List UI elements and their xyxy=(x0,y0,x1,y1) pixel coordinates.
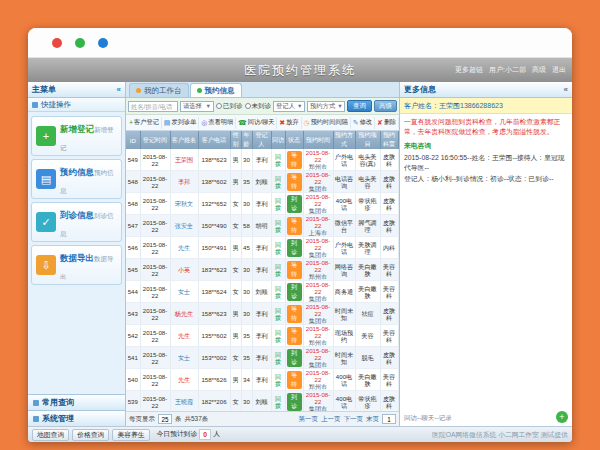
query-button[interactable]: 查询 xyxy=(347,100,372,112)
callback-link[interactable]: 回拨 xyxy=(275,175,281,189)
per-page-input[interactable] xyxy=(158,414,172,424)
callback-link[interactable]: 回拨 xyxy=(275,197,281,211)
column-header[interactable]: 登记人 xyxy=(252,131,271,149)
table-row[interactable]: 5492015-08-22王荣围138**623男30李利回拨等待2015-08… xyxy=(126,149,398,171)
toolbar-button-发到诊单[interactable]: ▤发到诊单 xyxy=(162,117,199,129)
callback-link[interactable]: 回拨 xyxy=(275,307,281,321)
callback-link[interactable]: 回拨 xyxy=(275,241,281,255)
sidebar-item-label: 到诊信息 xyxy=(60,210,94,220)
column-header[interactable]: 状态 xyxy=(285,131,303,149)
customer-name-link[interactable]: 杨先生 xyxy=(175,310,193,317)
sidebar-item-到诊信息[interactable]: ✓到诊信息到诊信息 xyxy=(31,202,122,242)
panel-collapse-icon[interactable]: « xyxy=(564,85,568,94)
tab-预约信息[interactable]: 预约信息 xyxy=(190,83,242,97)
column-header[interactable]: 性别 xyxy=(230,131,241,149)
callback-link[interactable]: 回拨 xyxy=(275,351,281,365)
customer-name-link[interactable]: 李邦 xyxy=(178,178,190,185)
table-row[interactable]: 5402015-08-22先生158**626男34李利回拨等待2015-08-… xyxy=(126,369,398,391)
sidebar-collapse-icon[interactable]: « xyxy=(117,85,121,94)
column-header[interactable]: 客户电话 xyxy=(198,131,230,149)
customer-name-link[interactable]: 宋秋文 xyxy=(175,200,193,207)
callback-link[interactable]: 回拨 xyxy=(275,263,281,277)
customer-name-link[interactable]: 小英 xyxy=(178,266,190,273)
registrar-select[interactable]: 登记人 ▼ xyxy=(273,101,305,112)
statusbar-button-美容养生[interactable]: 美容养生 xyxy=(112,429,149,441)
table-row[interactable]: 5452015-08-22小英183**623女30李利回拨等待2015-08-… xyxy=(126,259,398,281)
callback-link[interactable]: 回拨 xyxy=(275,285,281,299)
titlebar-link[interactable]: 退出 xyxy=(552,65,566,75)
not-arrived-checkbox[interactable]: 未到诊 xyxy=(245,102,272,111)
table-row[interactable]: 5412015-08-22女士153**002女35李利回拨到诊2015-08-… xyxy=(126,347,398,369)
appointments-table: ID登记时间客户姓名客户电话性别年龄登记人回访状态预约时间预约方式预约项目预约科… xyxy=(126,131,399,411)
customer-name-link[interactable]: 先生 xyxy=(178,244,190,251)
column-header[interactable]: 预约时间 xyxy=(303,131,333,149)
sidebar-section-常用查询[interactable]: 常用查询 xyxy=(28,394,125,410)
table-row[interactable]: 5392015-08-22王晓霞182**206女30刘顺回拨到诊2015-08… xyxy=(126,391,398,412)
table-scrollbar[interactable]: ▲ ▼ xyxy=(399,131,400,411)
column-header[interactable]: 客户姓名 xyxy=(170,131,198,149)
table-row[interactable]: 5442015-08-22女士138**624女30刘顺回拨到诊2015-08-… xyxy=(126,281,398,303)
customer-name-link[interactable]: 先生 xyxy=(178,332,190,339)
customer-name-link[interactable]: 王晓霞 xyxy=(175,398,193,405)
sidebar-item-预约信息[interactable]: ▤预约信息预约信息 xyxy=(31,159,122,199)
customer-name-link[interactable]: 先生 xyxy=(178,376,190,383)
table-row[interactable]: 5472015-08-22张安全150**490女58胡明回拨等待2015-08… xyxy=(126,215,398,237)
page-link-下一页[interactable]: 下一页 xyxy=(344,415,364,424)
toolbar-button-回访/聊天[interactable]: ☎回访/聊天 xyxy=(236,117,277,129)
titlebar-link[interactable]: 用户:小二部 xyxy=(489,65,526,75)
table-row[interactable]: 5482015-08-22宋秋文132**652女30李利回拨到诊2015-08… xyxy=(126,193,398,215)
sidebar-item-数据导出[interactable]: ⇩数据导出数据导出 xyxy=(31,245,122,285)
statusbar-button-价格查询[interactable]: 价格查询 xyxy=(72,429,109,441)
sidebar-item-text: 数据导出数据导出 xyxy=(60,247,117,283)
callback-link[interactable]: 回拨 xyxy=(275,153,281,167)
column-header[interactable]: 预约科室 xyxy=(380,131,398,149)
callback-link[interactable]: 回拨 xyxy=(275,329,281,343)
column-header[interactable]: ID xyxy=(126,131,140,149)
window-close-icon[interactable] xyxy=(52,38,62,48)
customer-name-link[interactable]: 张安全 xyxy=(175,222,193,229)
column-header[interactable]: 预约项目 xyxy=(355,131,380,149)
booking-method-select[interactable]: 预约方式 ▼ xyxy=(307,101,345,112)
callback-link[interactable]: 回拨 xyxy=(275,219,281,233)
advanced-button[interactable]: 高级 xyxy=(374,100,397,112)
toolbar-button-放弃[interactable]: ✖放弃 xyxy=(277,117,301,129)
statusbar-button-地图查询[interactable]: 地图查询 xyxy=(32,429,69,441)
toolbar-button-客户登记[interactable]: +客户登记 xyxy=(127,117,162,129)
filter-select[interactable]: 请选择 ▼ xyxy=(180,101,214,112)
column-header[interactable]: 回访 xyxy=(271,131,285,149)
add-record-button[interactable]: + xyxy=(556,411,568,423)
titlebar-link[interactable]: 高级 xyxy=(532,65,546,75)
page-number-input[interactable] xyxy=(382,414,396,424)
toolbar-button-预约时间间隔[interactable]: ◷预约时间间隔 xyxy=(302,117,351,129)
search-input[interactable] xyxy=(128,101,178,112)
customer-name-link[interactable]: 女士 xyxy=(178,354,190,361)
table-row[interactable]: 5432015-08-22杨先生158**623男30李利回拨等待2015-08… xyxy=(126,303,398,325)
tab-我的工作台[interactable]: 我的工作台 xyxy=(129,83,189,97)
toolbar-button-查看明细[interactable]: ◎查看明细 xyxy=(199,117,236,129)
arrived-checkbox[interactable]: 已到诊 xyxy=(216,102,243,111)
column-header[interactable]: 年龄 xyxy=(241,131,252,149)
window-maximize-icon[interactable] xyxy=(98,38,108,48)
sidebar-section-系统管理[interactable]: 系统管理 xyxy=(28,410,125,426)
status-badge: 等待 xyxy=(287,305,302,323)
table-row[interactable]: 5422015-08-22先生135**602男35李利回拨等待2015-08-… xyxy=(126,325,398,347)
sidebar-section-quick-actions[interactable]: 快捷操作 xyxy=(28,98,125,112)
column-header[interactable]: 预约方式 xyxy=(333,131,355,149)
callback-link[interactable]: 回拨 xyxy=(275,395,281,409)
toolbar-button-修改[interactable]: ✎修改 xyxy=(351,117,375,129)
cell-status: 到诊 xyxy=(285,193,303,215)
toolbar-button-删除[interactable]: ✘删除 xyxy=(375,117,399,129)
customer-name-link[interactable]: 王荣围 xyxy=(175,156,193,163)
titlebar-link[interactable]: 更多超链 xyxy=(455,65,483,75)
customer-highlight[interactable]: 客户姓名：王荣围13866288623 xyxy=(400,98,572,114)
table-row[interactable]: 5482015-08-22李邦138**602男35刘顺回拨等待2015-08-… xyxy=(126,171,398,193)
table-row[interactable]: 5462015-08-22先生150**491男45李利回拨到诊2015-08-… xyxy=(126,237,398,259)
customer-name-link[interactable]: 女士 xyxy=(178,288,190,295)
page-link-第一页[interactable]: 第一页 xyxy=(299,415,319,424)
callback-link[interactable]: 回拨 xyxy=(275,373,281,387)
page-link-上一页[interactable]: 上一页 xyxy=(321,415,341,424)
page-link-末页[interactable]: 末页 xyxy=(366,415,379,424)
window-minimize-icon[interactable] xyxy=(75,38,85,48)
column-header[interactable]: 登记时间 xyxy=(140,131,170,149)
sidebar-item-新增登记[interactable]: +新增登记新增登记 xyxy=(31,116,122,156)
